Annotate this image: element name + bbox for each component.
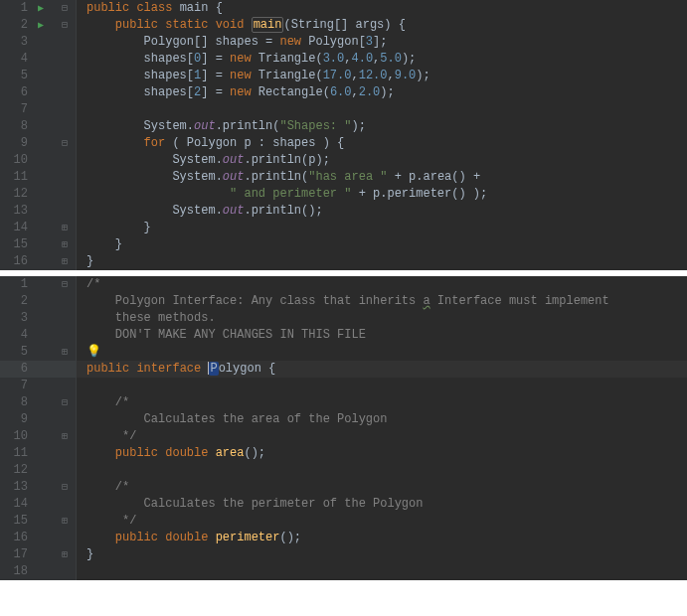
gutter: 10 [0,152,77,169]
code-content[interactable] [77,462,86,479]
selection: P [209,362,218,376]
fold-icon[interactable]: ⊞ [58,344,72,361]
code-content[interactable] [77,101,86,118]
code-content[interactable]: } [77,253,93,270]
code-line[interactable]: 9⊟ for ( Polygon p : shapes ) { [0,135,687,152]
code-line[interactable]: 14⊞ } [0,220,687,236]
code-content[interactable]: shapes[0] = new Triangle(3.0,4.0,5.0); [77,51,416,68]
code-content[interactable]: System.out.println(p); [77,152,330,169]
fold-icon[interactable]: ⊟ [58,17,72,34]
code-line[interactable]: 10⊞ */ [0,428,687,445]
code-content[interactable]: System.out.println("Shapes: "); [77,118,366,135]
code-editor-polygon[interactable]: 1⊟/*2 Polygon Interface: Any class that … [0,276,687,580]
code-content[interactable]: Polygon Interface: Any class that inheri… [77,293,609,310]
fold-icon[interactable]: ⊟ [58,135,72,152]
code-line[interactable]: 9 Calculates the area of the Polygon [0,411,687,428]
fold-icon[interactable]: ⊟ [58,479,72,496]
code-content[interactable] [77,378,86,394]
code-line[interactable]: 7 [0,101,687,118]
code-content[interactable]: /* [77,394,129,411]
code-content[interactable]: } [77,220,151,236]
gutter: 6 [0,361,77,378]
code-line[interactable]: 1▶⊟public class main { [0,0,687,17]
code-line[interactable]: 4 DON'T MAKE ANY CHANGES IN THIS FILE [0,327,687,344]
code-content[interactable]: } [77,236,122,253]
code-content[interactable]: Calculates the perimeter of the Polygon [77,496,423,513]
gutter: 1▶⊟ [0,0,77,17]
gutter: 16⊞ [0,253,77,270]
lightbulb-icon[interactable]: 💡 [86,345,101,359]
code-line[interactable]: 15⊞ } [0,236,687,253]
code-line[interactable]: 8⊟ /* [0,394,687,411]
code-line[interactable]: 6 shapes[2] = new Rectangle(6.0,2.0); [0,84,687,101]
code-line[interactable]: 3 Polygon[] shapes = new Polygon[3]; [0,34,687,51]
code-content[interactable]: shapes[2] = new Rectangle(6.0,2.0); [77,84,395,101]
code-line[interactable]: 10 System.out.println(p); [0,152,687,169]
fold-icon[interactable]: ⊟ [58,276,72,293]
code-line[interactable]: 5 shapes[1] = new Triangle(17.0,12.0,9.0… [0,68,687,84]
line-number: 11 [0,169,34,186]
code-content[interactable]: */ [77,428,136,445]
code-content[interactable]: System.out.println(); [77,203,323,220]
code-content[interactable]: } [77,546,93,563]
fold-icon[interactable]: ⊞ [58,513,72,530]
code-content[interactable]: DON'T MAKE ANY CHANGES IN THIS FILE [77,327,366,344]
code-content[interactable]: public double perimeter(); [77,530,301,546]
code-content[interactable]: shapes[1] = new Triangle(17.0,12.0,9.0); [77,68,430,84]
fold-icon[interactable]: ⊟ [58,394,72,411]
code-content[interactable]: these methods. [77,310,216,327]
fold-icon[interactable]: ⊞ [58,546,72,563]
code-line[interactable]: 4 shapes[0] = new Triangle(3.0,4.0,5.0); [0,51,687,68]
code-content[interactable]: /* [77,276,100,293]
fold-icon[interactable]: ⊞ [58,236,72,253]
gutter: 10⊞ [0,428,77,445]
code-line[interactable]: 12 [0,462,687,479]
run-gutter-icon[interactable]: ▶ [34,17,52,34]
code-line[interactable]: 16 public double perimeter(); [0,530,687,546]
code-content[interactable]: System.out.println("has area " + p.area(… [77,169,480,186]
code-line[interactable]: 6public interface Polygon { [0,361,687,378]
fold-icon[interactable]: ⊟ [58,0,72,17]
line-number: 18 [0,563,34,580]
gutter: 7 [0,378,77,394]
code-content[interactable]: 💡 [77,344,108,361]
code-line[interactable]: 17⊞} [0,546,687,563]
code-content[interactable]: Calculates the area of the Polygon [77,411,387,428]
code-line[interactable]: 15⊞ */ [0,513,687,530]
code-line[interactable]: 18 [0,563,687,580]
code-line[interactable]: 7 [0,378,687,394]
gutter: 16 [0,530,77,546]
fold-icon[interactable]: ⊞ [58,428,72,445]
fold-icon[interactable]: ⊞ [58,253,72,270]
code-content[interactable]: " and perimeter " + p.perimeter() ); [77,186,487,203]
code-content[interactable]: public static void main(String[] args) { [77,17,406,34]
code-line[interactable]: 16⊞} [0,253,687,270]
code-line[interactable]: 12 " and perimeter " + p.perimeter() ); [0,186,687,203]
line-number: 3 [0,310,34,327]
line-number: 1 [0,0,34,17]
code-line[interactable]: 2 Polygon Interface: Any class that inhe… [0,293,687,310]
code-content[interactable]: Polygon[] shapes = new Polygon[3]; [77,34,387,51]
code-content[interactable]: public interface Polygon { [77,361,687,378]
code-content[interactable]: /* [77,479,129,496]
code-content[interactable]: for ( Polygon p : shapes ) { [77,135,344,152]
code-line[interactable]: 11 System.out.println("has area " + p.ar… [0,169,687,186]
code-line[interactable]: 11 public double area(); [0,445,687,462]
code-content[interactable] [77,563,86,580]
code-line[interactable]: 13⊟ /* [0,479,687,496]
code-content[interactable]: public class main { [77,0,223,17]
code-line[interactable]: 8 System.out.println("Shapes: "); [0,118,687,135]
code-content[interactable]: */ [77,513,136,530]
line-number: 16 [0,253,34,270]
run-gutter-icon[interactable]: ▶ [34,0,52,17]
code-line[interactable]: 14 Calculates the perimeter of the Polyg… [0,496,687,513]
code-line[interactable]: 3 these methods. [0,310,687,327]
code-line[interactable]: 1⊟/* [0,276,687,293]
gutter: 6 [0,84,77,101]
code-line[interactable]: 5⊞💡 [0,344,687,361]
fold-icon[interactable]: ⊞ [58,220,72,236]
code-editor-main[interactable]: 1▶⊟public class main {2▶⊟ public static … [0,0,687,270]
code-line[interactable]: 13 System.out.println(); [0,203,687,220]
code-line[interactable]: 2▶⊟ public static void main(String[] arg… [0,17,687,34]
code-content[interactable]: public double area(); [77,445,265,462]
